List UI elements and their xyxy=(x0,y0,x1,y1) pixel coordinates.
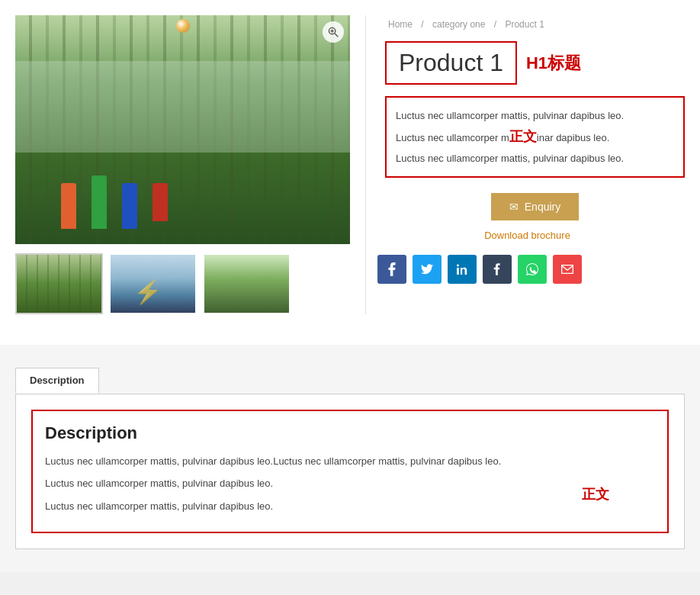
enquiry-label: Enquiry xyxy=(525,201,560,213)
product-title: Product 1 xyxy=(399,49,503,77)
download-brochure-link[interactable]: Download brochure xyxy=(484,230,570,241)
bottom-section: Description Description Luctus nec ullam… xyxy=(0,345,700,572)
desc-line-2: Luctus nec ullamcorper m正文inar dapibus l… xyxy=(396,124,674,149)
product-description-box: Luctus nec ullamcorper mattis, pulvinar … xyxy=(385,96,685,178)
desc-text-2: Luctus nec ullamcorper mattis, pulvinar … xyxy=(45,474,655,492)
desc-text-3: Luctus nec ullamcorper mattis, pulvinar … xyxy=(45,497,655,515)
thumbnail-1[interactable] xyxy=(15,253,103,314)
thumbnail-2[interactable] xyxy=(109,253,197,314)
breadcrumb-sep-1: / xyxy=(421,19,426,30)
page-wrapper: LOYSEO.COM xyxy=(0,0,700,572)
product-title-wrapper: Product 1 H1标题 xyxy=(385,41,685,85)
breadcrumb: Home / category one / Product 1 xyxy=(385,19,685,30)
breadcrumb-sep-2: / xyxy=(494,19,499,30)
desc-text-1: Luctus nec ullamcorper mattis, pulvinar … xyxy=(45,452,655,470)
facebook-share-button[interactable] xyxy=(377,255,406,284)
twitter-share-button[interactable] xyxy=(413,255,442,284)
desc-zhengwen-label: 正文 xyxy=(582,482,609,507)
product-title-box: Product 1 xyxy=(385,41,517,85)
social-row xyxy=(377,255,685,284)
zhengwen-label: 正文 xyxy=(509,129,537,144)
desc-line-1: Luctus nec ullamcorper mattis, pulvinar … xyxy=(396,107,674,124)
breadcrumb-current: Product 1 xyxy=(505,19,544,30)
whatsapp-share-button[interactable] xyxy=(518,255,547,284)
thumbnail-row xyxy=(15,253,350,314)
breadcrumb-category[interactable]: category one xyxy=(432,19,485,30)
description-heading: Description xyxy=(45,423,655,443)
main-content: Home / category one / Product 1 Product … xyxy=(0,0,700,337)
envelope-icon: ✉ xyxy=(509,201,519,213)
main-image xyxy=(15,15,350,244)
svg-line-1 xyxy=(335,34,338,37)
child-4 xyxy=(153,183,168,221)
tab-content: Description Luctus nec ullamcorper matti… xyxy=(15,394,685,549)
child-3 xyxy=(122,183,137,229)
child-1 xyxy=(61,183,76,229)
thumbnail-3[interactable] xyxy=(203,253,291,314)
child-2 xyxy=(92,175,107,229)
enquiry-button[interactable]: ✉ Enquiry xyxy=(491,193,579,220)
tabs-row: Description xyxy=(15,368,685,394)
linkedin-share-button[interactable] xyxy=(448,255,477,284)
tab-description[interactable]: Description xyxy=(15,368,99,394)
right-column: Home / category one / Product 1 Product … xyxy=(366,15,685,314)
left-column xyxy=(15,15,366,314)
breadcrumb-home[interactable]: Home xyxy=(388,19,413,30)
forest-image xyxy=(15,15,350,244)
email-share-button[interactable] xyxy=(553,255,582,284)
children-figures xyxy=(61,183,168,229)
tumblr-share-button[interactable] xyxy=(483,255,512,284)
desc-line-3: Luctus nec ullamcorper mattis, pulvinar … xyxy=(396,150,674,167)
h1-label: H1标题 xyxy=(526,52,581,75)
description-section: Description Luctus nec ullamcorper matti… xyxy=(31,410,669,533)
zoom-icon[interactable] xyxy=(323,21,344,43)
